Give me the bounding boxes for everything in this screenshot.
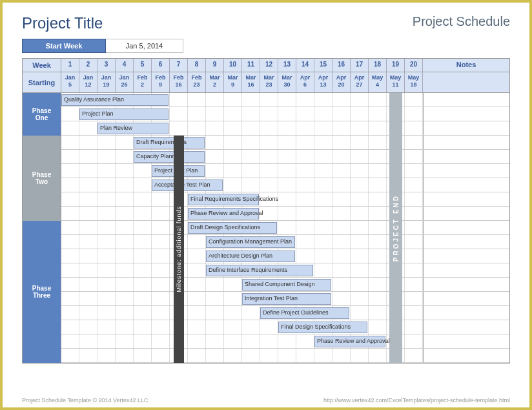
week-date: Apr20: [332, 72, 351, 92]
notes-cell[interactable]: [423, 207, 509, 220]
notes-cell[interactable]: [423, 164, 509, 178]
week-num: 15: [314, 59, 332, 72]
week-date: Jan26: [116, 72, 134, 92]
gantt-row: [23, 150, 509, 164]
week-num: 8: [188, 59, 206, 72]
project-end-bar: PROJECT END: [389, 93, 402, 363]
notes-header-2: [423, 72, 509, 92]
notes-cell[interactable]: [423, 292, 509, 305]
gantt-bar[interactable]: Define Interface Requirements: [206, 265, 313, 276]
gantt-row: [23, 121, 509, 136]
week-num: 18: [369, 59, 387, 72]
gantt-row: [23, 320, 509, 334]
week-date: Mar30: [278, 72, 296, 92]
week-num: 14: [296, 59, 314, 72]
page-subtitle: Project Schedule: [413, 14, 510, 32]
gantt-row: [23, 164, 509, 178]
gantt-row: [23, 349, 509, 363]
notes-cell[interactable]: [423, 150, 509, 163]
notes-cell[interactable]: [423, 349, 509, 362]
gantt-row: [23, 136, 509, 150]
gantt-row: [23, 178, 509, 192]
gantt-bar[interactable]: Acceptance Test Plan: [152, 179, 223, 191]
gantt-bar[interactable]: Quality Assurance Plan: [61, 94, 169, 106]
week-date: Mar23: [260, 72, 278, 92]
notes-cell[interactable]: [423, 320, 509, 334]
gantt-bar[interactable]: Final Requirements Specifications: [188, 194, 259, 205]
week-num: 11: [242, 59, 260, 72]
gantt-bar[interactable]: Configuration Management Plan: [206, 236, 295, 248]
week-date: Mar9: [224, 72, 242, 92]
week-num: 10: [224, 59, 242, 72]
gantt-row: [23, 334, 509, 349]
notes-cell[interactable]: [423, 249, 509, 263]
notes-cell[interactable]: [423, 93, 509, 107]
week-date: Feb16: [170, 72, 188, 92]
gantt-bar[interactable]: Phase Review and Approval: [188, 208, 259, 220]
notes-cell[interactable]: [423, 221, 509, 234]
notes-cell[interactable]: [423, 136, 509, 149]
week-num: 19: [387, 59, 405, 72]
footer-link[interactable]: http://www.vertex42.com/ExcelTemplates/p…: [323, 397, 510, 404]
gantt-bar[interactable]: Final Design Specifications: [278, 322, 367, 333]
notes-cell[interactable]: [423, 334, 509, 348]
week-date: Jan5: [61, 72, 79, 92]
week-num: 13: [278, 59, 296, 72]
week-num: 2: [79, 59, 97, 72]
week-date: May11: [387, 72, 405, 92]
notes-cell[interactable]: [423, 121, 509, 135]
week-num: 5: [134, 59, 152, 72]
gantt-grid: Week1234567891011121314151617181920Notes…: [22, 58, 510, 364]
phase-label: PhaseTwo: [23, 136, 61, 221]
week-date: May18: [405, 72, 423, 92]
notes-cell[interactable]: [423, 306, 509, 320]
week-num: 6: [152, 59, 170, 72]
gantt-row: [23, 207, 509, 221]
phase-label: PhaseOne: [23, 93, 61, 136]
start-week-label: Start Week: [22, 39, 106, 53]
week-date: May4: [369, 72, 387, 92]
week-date: Mar16: [242, 72, 260, 92]
project-title: Project Title: [22, 14, 103, 32]
notes-cell[interactable]: [423, 278, 509, 291]
gantt-bar[interactable]: Capacity Planning: [134, 151, 205, 163]
week-date: Mar2: [206, 72, 224, 92]
week-date: Feb23: [188, 72, 206, 92]
notes-cell[interactable]: [423, 263, 509, 277]
week-num: 7: [170, 59, 188, 72]
week-date: Feb9: [152, 72, 170, 92]
gantt-bar[interactable]: Draft Requirements: [134, 137, 205, 149]
starting-header: Starting: [23, 72, 61, 92]
milestone-bar: Milestone: additional funds: [174, 136, 184, 363]
gantt-bar[interactable]: Define Project Guidelines: [260, 307, 349, 319]
week-date: Apr13: [314, 72, 332, 92]
week-num: 9: [206, 59, 224, 72]
week-num: 1: [61, 59, 79, 72]
gantt-bar[interactable]: Phase Review and Approval: [314, 336, 385, 347]
notes-cell[interactable]: [423, 235, 509, 249]
week-date: Apr6: [296, 72, 314, 92]
week-num: 12: [260, 59, 278, 72]
start-week-value[interactable]: Jan 5, 2014: [106, 39, 183, 53]
week-date: Jan12: [79, 72, 97, 92]
notes-header: Notes: [423, 59, 509, 72]
phase-label: PhaseThree: [23, 221, 61, 363]
week-num: 3: [97, 59, 116, 72]
gantt-bar[interactable]: Shared Component Design: [242, 279, 331, 291]
gantt-bar[interactable]: Integration Test Plan: [242, 293, 331, 305]
week-num: 17: [351, 59, 369, 72]
gantt-bar[interactable]: Draft Design Specifications: [188, 222, 277, 234]
week-num: 16: [332, 59, 351, 72]
gantt-bar[interactable]: Architecture Design Plan: [206, 251, 295, 262]
week-num: 20: [405, 59, 423, 72]
notes-cell[interactable]: [423, 192, 509, 206]
week-header: Week: [23, 59, 61, 72]
gantt-bar[interactable]: Plan Review: [97, 123, 169, 134]
week-date: Feb2: [134, 72, 152, 92]
notes-cell[interactable]: [423, 178, 509, 192]
week-date: Jan19: [97, 72, 116, 92]
notes-cell[interactable]: [423, 107, 509, 121]
footer-copyright: Project Schedule Template © 2014 Vertex4…: [22, 397, 148, 404]
gantt-bar[interactable]: Project Plan: [79, 108, 169, 120]
week-date: Apr27: [351, 72, 369, 92]
